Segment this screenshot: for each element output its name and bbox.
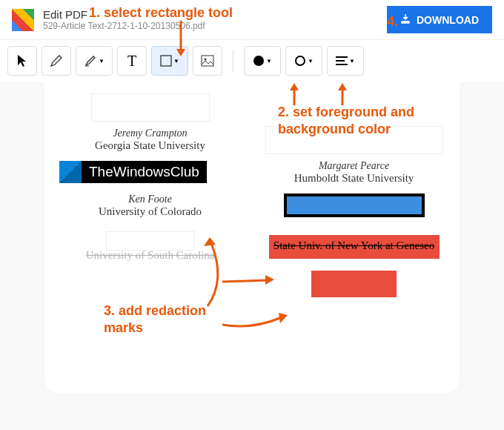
page-title: Edit PDF xyxy=(43,8,387,21)
stroke-color-tool[interactable]: ▼ xyxy=(285,46,322,76)
twc-text: TheWindowsClub xyxy=(82,161,207,183)
chevron-down-icon: ▼ xyxy=(173,58,179,64)
download-icon xyxy=(400,13,411,26)
svg-point-2 xyxy=(205,59,207,61)
pencil-tool[interactable] xyxy=(42,46,71,76)
chevron-down-icon: ▼ xyxy=(308,58,314,64)
redaction-white[interactable] xyxy=(106,231,195,251)
toolbar: ▼ T ▼ ▼ ▼ ▼ xyxy=(0,39,504,82)
svg-point-3 xyxy=(253,56,264,66)
image-tool[interactable] xyxy=(193,46,222,76)
header-text: Edit PDF 529-Article Text-2712-1-10-2013… xyxy=(43,8,387,31)
author-uni: Georgia State University xyxy=(59,139,241,152)
download-label: DOWNLOAD xyxy=(417,14,479,26)
partial-text: University of South Carolina xyxy=(59,249,241,262)
text-tool[interactable]: T xyxy=(117,46,147,76)
svg-point-4 xyxy=(296,56,305,65)
author-name: Margaret Pearce xyxy=(263,160,445,172)
highlighter-tool[interactable]: ▼ xyxy=(76,46,113,76)
page-area: Jeremy Crampton Georgia State University… xyxy=(0,82,504,393)
filename: 529-Article Text-2712-1-10-20130506.pdf xyxy=(43,21,387,31)
toolbar-divider xyxy=(233,50,233,72)
redaction-red[interactable] xyxy=(311,271,397,297)
align-tool[interactable]: ▼ xyxy=(327,46,364,76)
author-name: Ken Foote xyxy=(59,194,241,205)
twc-badge: TheWindowsClub xyxy=(59,161,241,183)
author-uni: University of Colorado xyxy=(59,205,241,218)
app-logo xyxy=(12,9,34,31)
chevron-down-icon: ▼ xyxy=(99,58,105,64)
chevron-down-icon: ▼ xyxy=(266,58,272,64)
app-header: Edit PDF 529-Article Text-2712-1-10-2013… xyxy=(0,0,504,39)
chevron-down-icon: ▼ xyxy=(349,58,355,64)
author-name: Jeremy Crampton xyxy=(59,128,241,139)
svg-rect-0 xyxy=(161,56,171,66)
redaction-blue[interactable] xyxy=(284,194,425,217)
left-column: Jeremy Crampton Georgia State University… xyxy=(59,89,241,302)
svg-rect-1 xyxy=(202,56,213,66)
twc-icon xyxy=(59,161,82,183)
author-uni: Humboldt State University xyxy=(263,172,445,185)
right-column: Margaret Pearce Humboldt State Universit… xyxy=(263,89,445,302)
download-button[interactable]: DOWNLOAD xyxy=(387,6,492,33)
struck-text: State Univ. of New York at Geneseo xyxy=(263,239,445,252)
rectangle-tool[interactable]: ▼ xyxy=(151,46,188,76)
document-page[interactable]: Jeremy Crampton Georgia State University… xyxy=(44,82,460,393)
redaction-white[interactable] xyxy=(91,93,210,122)
cursor-tool[interactable] xyxy=(7,46,37,76)
redaction-white[interactable] xyxy=(265,126,443,154)
fill-color-tool[interactable]: ▼ xyxy=(244,46,281,76)
